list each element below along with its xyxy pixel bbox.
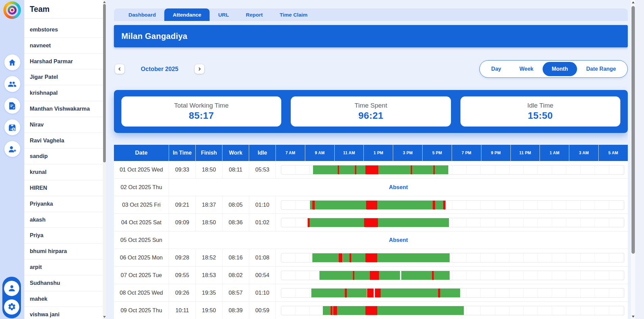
page-scroll-up-icon[interactable] (632, 1, 635, 3)
report-icon (8, 101, 17, 110)
previous-month-button[interactable] (115, 64, 124, 74)
timeline-segment-work (356, 165, 365, 174)
team-member-priya[interactable]: Priya (24, 228, 103, 244)
team-member-nirav[interactable]: Nirav (24, 117, 103, 133)
stat-label: Time Spent (355, 102, 387, 109)
cell-finish: 18:50 (196, 161, 222, 178)
timeline-segment-work (440, 289, 460, 297)
next-month-button[interactable] (195, 64, 204, 74)
column-header-finish: Finish (196, 145, 222, 161)
timeline-segment-idle (364, 218, 378, 227)
team-member-jigar-patel[interactable]: Jigar Patel (24, 69, 103, 85)
column-header-in-time: In Time (169, 145, 196, 161)
column-header-idle: Idle (249, 145, 276, 161)
team-member-sudhanshu[interactable]: Sudhanshu (24, 275, 103, 291)
cell-finish: 18:53 (196, 267, 222, 284)
table-row: 03 Oct 2025 Fri09:2118:3708:0501:10 (114, 196, 628, 214)
team-scrollbar-thumb[interactable] (103, 4, 106, 162)
attendance-table: DateIn TimeFinishWorkIdle7 AM9 AM11 AM1 … (114, 145, 628, 319)
tab-dashboard[interactable]: Dashboard (120, 8, 164, 21)
column-header-date: Date (114, 145, 169, 161)
rail-button-home[interactable] (4, 54, 20, 70)
page-scroll-down-icon[interactable] (632, 316, 635, 318)
view-button-day[interactable]: Day (482, 62, 510, 76)
cell-finish: 18:52 (196, 249, 222, 266)
team-member-vishwa-jani[interactable]: vishwa jani (24, 307, 103, 319)
team-panel: Team embstoresnavneetHarshad ParmarJigar… (24, 0, 103, 319)
team-member-akash[interactable]: akash (24, 212, 103, 228)
cell-idle: 01:10 (249, 284, 276, 301)
right-zone (628, 0, 644, 319)
rail-button-add-user[interactable] (4, 141, 20, 157)
cell-date: 08 Oct 2025 Wed (114, 284, 169, 301)
timeline-track (281, 200, 624, 210)
employee-title-bar: Milan Gangadiya (114, 25, 628, 47)
team-member-bhumi-hirpara[interactable]: bhumi hirpara (24, 244, 103, 259)
page-scrollbar[interactable] (631, 0, 635, 319)
team-member-harshad-parmar[interactable]: Harshad Parmar (24, 54, 103, 70)
cell-idle: 05:53 (249, 161, 276, 178)
view-button-week[interactable]: Week (510, 62, 543, 76)
team-member-priyanka[interactable]: Priyanka (24, 196, 103, 212)
view-button-month[interactable]: Month (543, 62, 577, 76)
team-member-embstores[interactable]: embstores (24, 22, 103, 38)
hour-header-11-pm: 11 PM (511, 145, 540, 161)
tab-attendance[interactable]: Attendance (164, 8, 210, 21)
team-member-sandip[interactable]: sandip (24, 149, 103, 164)
team-member-krishnapal[interactable]: krishnapal (24, 85, 103, 101)
timeline-track (281, 165, 624, 175)
rail-button-team[interactable] (4, 76, 20, 92)
cell-work: 08:39 (222, 302, 249, 319)
add-user-icon (8, 145, 17, 154)
hour-header-1-am: 1 AM (540, 145, 569, 161)
stat-value: 15:50 (528, 110, 553, 121)
tab-time-claim[interactable]: Time Claim (271, 8, 316, 21)
team-member-arpit[interactable]: arpit (24, 259, 103, 275)
timeline-segment-work (379, 271, 400, 280)
table-row: 04 Oct 2025 Sat09:0918:5008:3601:02 (114, 214, 628, 231)
team-member-manthan-vishwakarma[interactable]: Manthan Vishwakarma (24, 101, 103, 117)
view-switcher: DayWeekMonthDate Range (479, 60, 628, 78)
stat-card-total-working-time: Total Working Time85:17 (121, 96, 281, 127)
view-button-date-range[interactable]: Date Range (577, 62, 625, 76)
table-row: 01 Oct 2025 Wed09:3318:5008:1105:53 (114, 161, 628, 179)
timeline-segment-work (310, 218, 364, 227)
timeline-segment-work (378, 165, 411, 174)
hour-header-11-am: 11 AM (335, 145, 364, 161)
page-scrollbar-thumb[interactable] (631, 6, 635, 254)
cell-date: 07 Oct 2025 Tue (114, 267, 169, 284)
cell-work: 08:05 (222, 196, 249, 213)
app-logo-icon[interactable] (3, 1, 21, 19)
cell-timeline (276, 214, 628, 231)
timeline-segment-idle (370, 271, 379, 280)
month-navigation: October 2025 (114, 64, 204, 74)
rail-button-payroll[interactable]: $ (4, 119, 20, 135)
rail-bottom-panel (2, 277, 21, 318)
cell-date: 09 Oct 2025 Thu (114, 302, 169, 319)
team-member-ravi-vaghela[interactable]: Ravi Vaghela (24, 133, 103, 149)
table-row-absent: 02 Oct 2025 ThuAbsent (114, 179, 628, 196)
team-icon (8, 80, 17, 89)
svg-text:$: $ (13, 127, 15, 131)
rail-button-profile[interactable] (4, 281, 19, 296)
team-member-navneet[interactable]: navneet (24, 38, 103, 54)
month-label: October 2025 (124, 66, 195, 73)
window-edge-strip (636, 0, 644, 319)
team-scrollbar[interactable] (103, 0, 106, 319)
cell-timeline (276, 284, 628, 301)
timeline-segment-work (381, 289, 438, 297)
tab-report[interactable]: Report (237, 8, 271, 21)
team-member-hiren[interactable]: HIREN (24, 180, 103, 196)
tab-url[interactable]: URL (210, 8, 237, 21)
team-member-mahek[interactable]: mahek (24, 291, 103, 307)
settings-icon (7, 302, 16, 311)
team-member-krunal[interactable]: krunal (24, 164, 103, 180)
cell-in-time: 09:21 (169, 196, 196, 213)
scroll-down-icon[interactable] (103, 316, 106, 318)
app-logo-hole (6, 4, 18, 16)
scroll-up-icon[interactable] (103, 1, 106, 3)
timeline-segment-idle (365, 306, 377, 315)
rail-button-report[interactable] (4, 98, 20, 114)
cell-finish: 19:50 (196, 302, 222, 319)
rail-button-settings[interactable] (4, 299, 19, 315)
